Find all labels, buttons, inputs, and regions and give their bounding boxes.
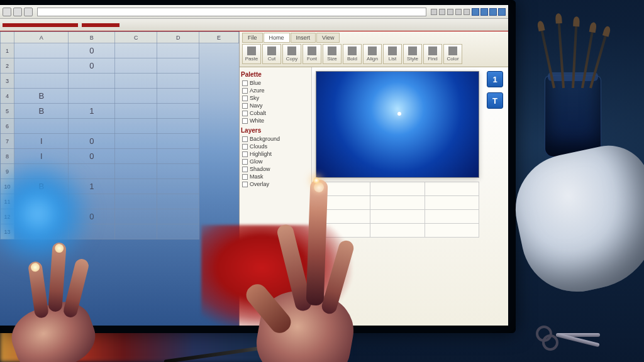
cell[interactable] xyxy=(157,224,199,239)
toolbar-icon[interactable] xyxy=(431,9,437,15)
list-item[interactable]: Blue xyxy=(241,79,310,87)
row-header[interactable]: 6 xyxy=(1,119,14,134)
column-header[interactable]: E xyxy=(199,32,239,43)
property-cell[interactable] xyxy=(425,182,479,196)
cell[interactable] xyxy=(115,43,157,58)
property-cell[interactable] xyxy=(370,224,425,238)
nav-reload-button[interactable] xyxy=(24,8,33,16)
cell[interactable] xyxy=(14,43,69,58)
cell[interactable]: I xyxy=(14,134,69,149)
canvas-preview[interactable] xyxy=(316,71,479,178)
list-item[interactable]: Azure xyxy=(241,87,310,94)
cell[interactable] xyxy=(115,224,157,239)
property-cell[interactable] xyxy=(425,210,479,224)
list-item[interactable]: White xyxy=(241,117,310,124)
cell[interactable] xyxy=(115,134,157,149)
cell[interactable] xyxy=(115,119,157,134)
list-item[interactable]: Overlay xyxy=(241,180,310,188)
cell[interactable] xyxy=(157,89,199,104)
tray-icon[interactable] xyxy=(498,8,506,16)
tray-icon[interactable] xyxy=(472,8,479,16)
checkbox-icon[interactable] xyxy=(242,96,248,101)
cell[interactable]: 0 xyxy=(69,149,115,164)
row-header[interactable]: 8 xyxy=(1,149,14,164)
cell[interactable] xyxy=(14,58,69,74)
checkbox-icon[interactable] xyxy=(242,151,248,157)
row-header[interactable]: 12 xyxy=(1,209,14,224)
column-header[interactable]: D xyxy=(157,32,199,43)
cell[interactable] xyxy=(69,224,115,239)
list-item[interactable]: Clouds xyxy=(241,143,310,150)
cell[interactable] xyxy=(14,119,69,134)
ribbon-button[interactable]: Align xyxy=(363,44,382,64)
column-header[interactable]: A xyxy=(14,32,69,43)
ribbon-button[interactable]: Cut xyxy=(262,44,281,64)
cell[interactable]: 0 xyxy=(69,134,115,149)
ribbon-tab[interactable]: Insert xyxy=(291,33,316,43)
cell[interactable] xyxy=(157,43,199,58)
cell[interactable] xyxy=(14,164,69,179)
row-header[interactable]: 10 xyxy=(1,179,14,194)
cell[interactable]: 0 xyxy=(69,58,115,74)
cell[interactable]: B xyxy=(14,89,69,104)
toolbar-icon[interactable] xyxy=(447,9,453,15)
property-cell[interactable] xyxy=(425,196,479,210)
cell[interactable] xyxy=(14,74,69,89)
checkbox-icon[interactable] xyxy=(242,167,248,172)
property-cell[interactable] xyxy=(316,210,370,224)
cell[interactable] xyxy=(115,194,157,209)
toolbar-icon[interactable] xyxy=(464,9,470,15)
row-header[interactable]: 11 xyxy=(1,194,14,209)
cell[interactable] xyxy=(14,194,69,209)
nav-back-button[interactable] xyxy=(3,8,11,16)
cell[interactable]: B xyxy=(14,104,69,119)
cell[interactable] xyxy=(69,194,115,209)
cell[interactable] xyxy=(69,119,115,134)
ribbon-tab[interactable]: File xyxy=(242,33,263,43)
checkbox-icon[interactable] xyxy=(242,111,248,116)
cell[interactable]: 0 xyxy=(69,43,115,58)
column-header[interactable]: C xyxy=(115,32,157,43)
row-header[interactable]: 7 xyxy=(1,134,14,149)
cell[interactable] xyxy=(157,209,199,224)
list-item[interactable]: Highlight xyxy=(241,150,310,158)
checkbox-icon[interactable] xyxy=(242,182,248,187)
cell[interactable] xyxy=(115,179,157,194)
row-header[interactable]: 9 xyxy=(1,164,14,179)
cell[interactable] xyxy=(14,224,69,239)
cell[interactable]: 1 xyxy=(69,104,115,119)
ribbon-button[interactable]: Font xyxy=(303,44,321,64)
cell[interactable] xyxy=(115,58,157,74)
cell[interactable] xyxy=(157,164,199,179)
list-item[interactable]: Background xyxy=(241,135,310,143)
address-bar[interactable] xyxy=(37,8,426,16)
cell[interactable] xyxy=(69,74,115,89)
column-header[interactable]: B xyxy=(69,32,115,43)
ribbon-tab[interactable]: View xyxy=(316,33,340,43)
property-cell[interactable] xyxy=(425,224,479,238)
cell[interactable] xyxy=(157,58,199,74)
cell[interactable]: 1 xyxy=(69,179,115,194)
cell[interactable] xyxy=(157,104,199,119)
cell[interactable] xyxy=(157,179,199,194)
property-cell[interactable] xyxy=(316,182,370,196)
cell[interactable]: B xyxy=(14,179,69,194)
list-item[interactable]: Cobalt xyxy=(241,109,310,117)
checkbox-icon[interactable] xyxy=(242,88,248,94)
row-header[interactable]: 1 xyxy=(1,43,14,58)
column-header[interactable] xyxy=(1,32,14,43)
checkbox-icon[interactable] xyxy=(242,118,248,124)
cell[interactable]: I xyxy=(14,209,69,224)
row-header[interactable]: 3 xyxy=(1,74,14,89)
cell[interactable] xyxy=(157,134,199,149)
checkbox-icon[interactable] xyxy=(242,136,248,142)
tray-icon[interactable] xyxy=(480,8,488,16)
row-header[interactable]: 13 xyxy=(1,224,14,239)
checkbox-icon[interactable] xyxy=(242,80,248,86)
cell[interactable]: 0 xyxy=(69,209,115,224)
row-header[interactable]: 4 xyxy=(1,89,14,104)
ribbon-button[interactable]: Style xyxy=(403,44,422,64)
cell[interactable] xyxy=(115,164,157,179)
ribbon-button[interactable]: Paste xyxy=(242,44,261,64)
tray-icon[interactable] xyxy=(489,8,497,16)
